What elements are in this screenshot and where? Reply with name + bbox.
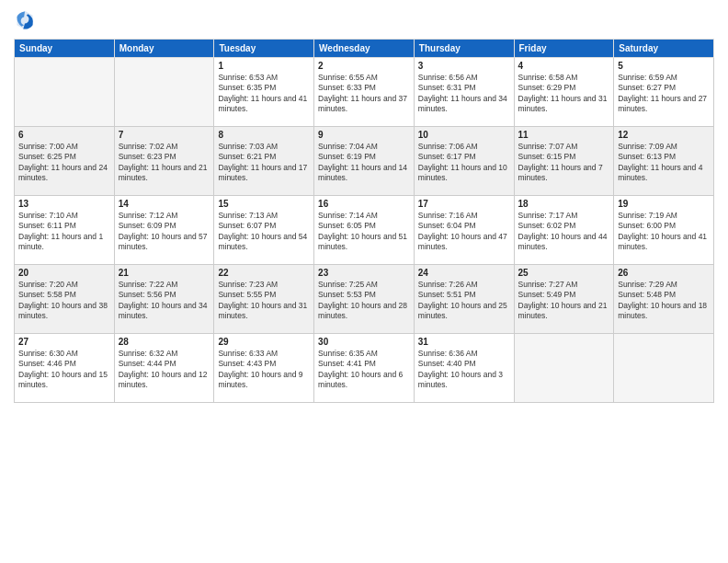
calendar-day-cell: 14Sunrise: 7:12 AM Sunset: 6:09 PM Dayli… — [114, 196, 214, 265]
calendar-empty-cell — [514, 334, 614, 403]
day-number: 21 — [119, 268, 210, 278]
day-number: 25 — [518, 268, 610, 278]
day-number: 22 — [218, 268, 310, 278]
day-info: Sunrise: 7:02 AM Sunset: 6:23 PM Dayligh… — [119, 142, 210, 184]
day-info: Sunrise: 7:25 AM Sunset: 5:53 PM Dayligh… — [318, 280, 410, 322]
day-info: Sunrise: 7:03 AM Sunset: 6:21 PM Dayligh… — [218, 142, 310, 184]
day-info: Sunrise: 7:17 AM Sunset: 6:02 PM Dayligh… — [518, 211, 610, 253]
calendar-day-cell: 11Sunrise: 7:07 AM Sunset: 6:15 PM Dayli… — [514, 127, 614, 196]
day-info: Sunrise: 6:58 AM Sunset: 6:29 PM Dayligh… — [518, 73, 610, 115]
calendar-day-cell: 7Sunrise: 7:02 AM Sunset: 6:23 PM Daylig… — [114, 127, 214, 196]
day-info: Sunrise: 7:04 AM Sunset: 6:19 PM Dayligh… — [318, 142, 410, 184]
calendar-week-row: 13Sunrise: 7:10 AM Sunset: 6:11 PM Dayli… — [15, 196, 714, 265]
day-number: 17 — [418, 199, 510, 209]
day-info: Sunrise: 7:29 AM Sunset: 5:48 PM Dayligh… — [618, 280, 710, 322]
calendar-day-cell: 25Sunrise: 7:27 AM Sunset: 5:49 PM Dayli… — [514, 265, 614, 334]
calendar-day-cell: 5Sunrise: 6:59 AM Sunset: 6:27 PM Daylig… — [614, 58, 714, 127]
day-info: Sunrise: 7:27 AM Sunset: 5:49 PM Dayligh… — [518, 280, 610, 322]
day-header-monday: Monday — [114, 40, 214, 58]
day-info: Sunrise: 7:12 AM Sunset: 6:09 PM Dayligh… — [119, 211, 210, 253]
day-info: Sunrise: 6:53 AM Sunset: 6:35 PM Dayligh… — [218, 73, 310, 115]
calendar-day-cell: 27Sunrise: 6:30 AM Sunset: 4:46 PM Dayli… — [15, 334, 115, 403]
day-header-wednesday: Wednesday — [314, 40, 415, 58]
day-number: 31 — [418, 337, 510, 347]
calendar-table: SundayMondayTuesdayWednesdayThursdayFrid… — [14, 39, 714, 403]
calendar-day-cell: 8Sunrise: 7:03 AM Sunset: 6:21 PM Daylig… — [214, 127, 314, 196]
day-header-tuesday: Tuesday — [214, 40, 314, 58]
day-number: 7 — [119, 130, 210, 140]
calendar-day-cell: 23Sunrise: 7:25 AM Sunset: 5:53 PM Dayli… — [314, 265, 415, 334]
day-number: 2 — [318, 61, 410, 71]
day-number: 5 — [618, 61, 710, 71]
calendar-day-cell: 16Sunrise: 7:14 AM Sunset: 6:05 PM Dayli… — [314, 196, 415, 265]
day-info: Sunrise: 6:30 AM Sunset: 4:46 PM Dayligh… — [18, 349, 110, 391]
calendar-day-cell: 20Sunrise: 7:20 AM Sunset: 5:58 PM Dayli… — [15, 265, 115, 334]
calendar-day-cell: 6Sunrise: 7:00 AM Sunset: 6:25 PM Daylig… — [15, 127, 115, 196]
day-header-thursday: Thursday — [414, 40, 514, 58]
calendar-day-cell: 12Sunrise: 7:09 AM Sunset: 6:13 PM Dayli… — [614, 127, 714, 196]
day-number: 13 — [18, 199, 110, 209]
day-number: 27 — [18, 337, 110, 347]
day-number: 24 — [418, 268, 510, 278]
day-info: Sunrise: 6:32 AM Sunset: 4:44 PM Dayligh… — [119, 349, 210, 391]
calendar-day-cell: 3Sunrise: 6:56 AM Sunset: 6:31 PM Daylig… — [414, 58, 514, 127]
day-number: 15 — [218, 199, 310, 209]
day-number: 1 — [218, 61, 310, 71]
day-info: Sunrise: 7:19 AM Sunset: 6:00 PM Dayligh… — [618, 211, 710, 253]
day-info: Sunrise: 6:33 AM Sunset: 4:43 PM Dayligh… — [218, 349, 310, 391]
day-header-saturday: Saturday — [614, 40, 714, 58]
day-info: Sunrise: 7:20 AM Sunset: 5:58 PM Dayligh… — [18, 280, 110, 322]
calendar-empty-cell — [614, 334, 714, 403]
day-info: Sunrise: 6:35 AM Sunset: 4:41 PM Dayligh… — [318, 349, 410, 391]
day-number: 29 — [218, 337, 310, 347]
calendar-empty-cell — [114, 58, 214, 127]
calendar-day-cell: 22Sunrise: 7:23 AM Sunset: 5:55 PM Dayli… — [214, 265, 314, 334]
calendar-day-cell: 9Sunrise: 7:04 AM Sunset: 6:19 PM Daylig… — [314, 127, 415, 196]
day-number: 9 — [318, 130, 410, 140]
day-header-sunday: Sunday — [15, 40, 115, 58]
calendar-day-cell: 13Sunrise: 7:10 AM Sunset: 6:11 PM Dayli… — [15, 196, 115, 265]
calendar-day-cell: 18Sunrise: 7:17 AM Sunset: 6:02 PM Dayli… — [514, 196, 614, 265]
day-number: 6 — [18, 130, 110, 140]
day-info: Sunrise: 7:16 AM Sunset: 6:04 PM Dayligh… — [418, 211, 510, 253]
day-info: Sunrise: 7:13 AM Sunset: 6:07 PM Dayligh… — [218, 211, 310, 253]
calendar-day-cell: 15Sunrise: 7:13 AM Sunset: 6:07 PM Dayli… — [214, 196, 314, 265]
day-info: Sunrise: 7:26 AM Sunset: 5:51 PM Dayligh… — [418, 280, 510, 322]
calendar-day-cell: 21Sunrise: 7:22 AM Sunset: 5:56 PM Dayli… — [114, 265, 214, 334]
day-number: 26 — [618, 268, 710, 278]
calendar-week-row: 1Sunrise: 6:53 AM Sunset: 6:35 PM Daylig… — [15, 58, 714, 127]
day-info: Sunrise: 6:59 AM Sunset: 6:27 PM Dayligh… — [618, 73, 710, 115]
day-number: 11 — [518, 130, 610, 140]
day-number: 18 — [518, 199, 610, 209]
day-number: 10 — [418, 130, 510, 140]
day-info: Sunrise: 7:23 AM Sunset: 5:55 PM Dayligh… — [218, 280, 310, 322]
logo — [14, 9, 40, 31]
day-info: Sunrise: 6:55 AM Sunset: 6:33 PM Dayligh… — [318, 73, 410, 115]
header — [14, 9, 714, 31]
calendar-day-cell: 29Sunrise: 6:33 AM Sunset: 4:43 PM Dayli… — [214, 334, 314, 403]
calendar-day-cell: 26Sunrise: 7:29 AM Sunset: 5:48 PM Dayli… — [614, 265, 714, 334]
day-info: Sunrise: 7:06 AM Sunset: 6:17 PM Dayligh… — [418, 142, 510, 184]
day-number: 20 — [18, 268, 110, 278]
calendar-day-cell: 10Sunrise: 7:06 AM Sunset: 6:17 PM Dayli… — [414, 127, 514, 196]
day-number: 16 — [318, 199, 410, 209]
day-info: Sunrise: 7:22 AM Sunset: 5:56 PM Dayligh… — [119, 280, 210, 322]
day-number: 30 — [318, 337, 410, 347]
calendar-week-row: 20Sunrise: 7:20 AM Sunset: 5:58 PM Dayli… — [15, 265, 714, 334]
day-number: 14 — [119, 199, 210, 209]
day-info: Sunrise: 7:00 AM Sunset: 6:25 PM Dayligh… — [18, 142, 110, 184]
logo-icon — [14, 9, 36, 31]
day-header-friday: Friday — [514, 40, 614, 58]
calendar-week-row: 6Sunrise: 7:00 AM Sunset: 6:25 PM Daylig… — [15, 127, 714, 196]
calendar-day-cell: 31Sunrise: 6:36 AM Sunset: 4:40 PM Dayli… — [414, 334, 514, 403]
day-number: 23 — [318, 268, 410, 278]
day-info: Sunrise: 6:56 AM Sunset: 6:31 PM Dayligh… — [418, 73, 510, 115]
calendar-day-cell: 28Sunrise: 6:32 AM Sunset: 4:44 PM Dayli… — [114, 334, 214, 403]
calendar-day-cell: 19Sunrise: 7:19 AM Sunset: 6:00 PM Dayli… — [614, 196, 714, 265]
day-number: 8 — [218, 130, 310, 140]
day-number: 19 — [618, 199, 710, 209]
day-number: 3 — [418, 61, 510, 71]
day-info: Sunrise: 7:14 AM Sunset: 6:05 PM Dayligh… — [318, 211, 410, 253]
calendar-day-cell: 30Sunrise: 6:35 AM Sunset: 4:41 PM Dayli… — [314, 334, 415, 403]
day-number: 28 — [119, 337, 210, 347]
